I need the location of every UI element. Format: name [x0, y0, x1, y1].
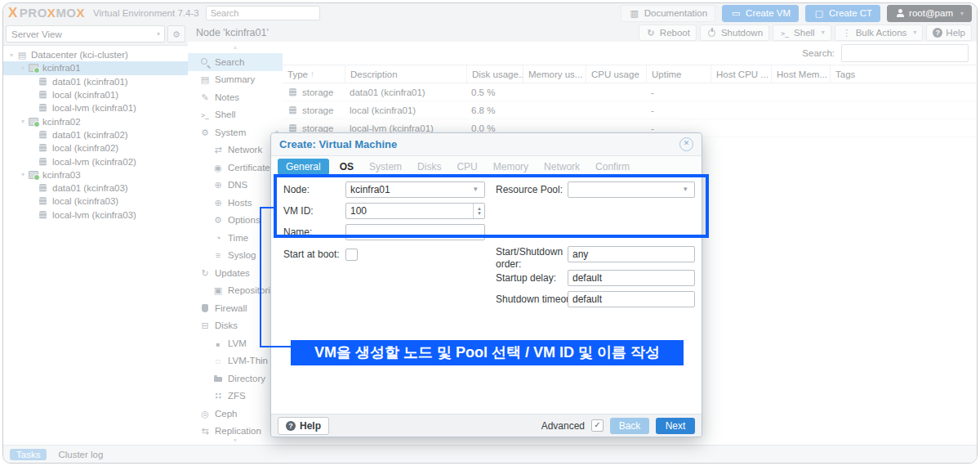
proxmox-app-window: XPROXMOX Virtual Environment 7.4-3 Docum…: [2, 2, 978, 464]
advanced-label: Advanced: [541, 420, 585, 432]
dialog-tab[interactable]: Memory: [493, 161, 528, 173]
startup-order-label: Start/Shutdown order:: [496, 246, 564, 271]
next-button[interactable]: Next: [656, 418, 695, 434]
dialog-tab[interactable]: Disks: [417, 161, 441, 173]
dialog-tab[interactable]: Network: [544, 161, 580, 173]
start-at-boot-checkbox[interactable]: [345, 249, 358, 261]
question-icon: [286, 421, 296, 431]
startup-order-field[interactable]: [568, 246, 695, 262]
dialog-tab[interactable]: Confirm: [595, 161, 630, 173]
dialog-help-button[interactable]: Help: [278, 417, 329, 435]
close-icon[interactable]: [679, 137, 693, 151]
annotation-banner: VM을 생성할 노드 및 Pool 선택 / VM ID 및 이름 작성: [291, 340, 684, 365]
startup-delay-field[interactable]: [568, 270, 695, 286]
dialog-footer: Help Advanced ✓ Back Next: [271, 414, 702, 437]
start-at-boot-label: Start at boot:: [283, 246, 340, 262]
dialog-tab[interactable]: OS: [340, 161, 354, 173]
annotation-connector-line: [260, 207, 274, 208]
dialog-header[interactable]: Create: Virtual Machine: [271, 133, 702, 156]
shutdown-timeout-label: Shutdown timeout:: [496, 291, 577, 307]
dialog-tab[interactable]: CPU: [457, 161, 477, 173]
startup-delay-label: Startup delay:: [496, 270, 556, 286]
dialog-tab[interactable]: System: [369, 161, 402, 173]
back-button[interactable]: Back: [610, 418, 649, 434]
annotation-connector-line: [260, 346, 291, 347]
advanced-checkbox[interactable]: ✓: [591, 419, 604, 432]
annotation-connector-line: [260, 207, 261, 347]
dialog-title: Create: Virtual Machine: [279, 138, 679, 150]
annotation-highlight-box: [274, 174, 709, 238]
dialog-tab[interactable]: General: [278, 159, 329, 175]
shutdown-timeout-field[interactable]: [568, 291, 695, 307]
